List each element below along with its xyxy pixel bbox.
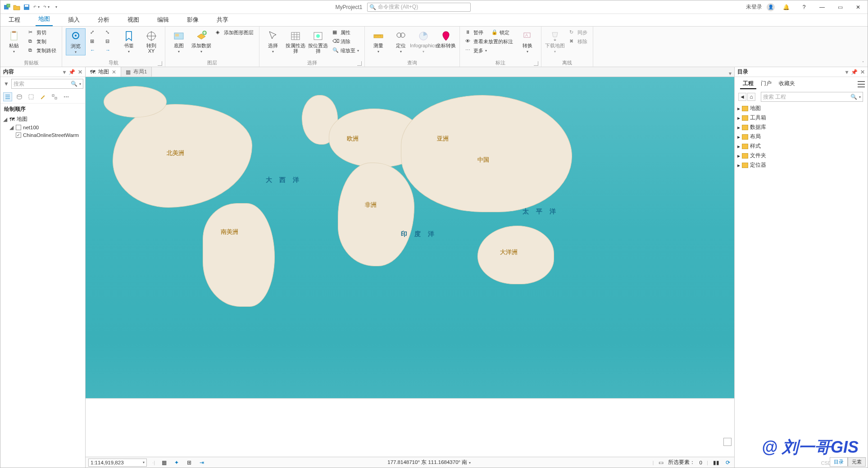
catalog-tab-portal[interactable]: 门户 [758,79,774,89]
select-by-attributes-button[interactable]: 按属性选择 [286,28,305,54]
sync-button[interactable]: ↻同步 [568,28,589,36]
close-icon[interactable]: ✕ [78,69,82,75]
attributes-button[interactable]: ▦属性 [331,28,361,36]
catalog-item-toolboxes[interactable]: ▸工具箱 [737,113,865,123]
convert-labels-button[interactable]: A转换▾ [518,28,537,55]
fixed-zoom-in-button[interactable]: ⊞ [88,37,101,45]
fixed-extent-button[interactable]: ⤡ [104,28,116,36]
minimize-button[interactable]: — [815,3,829,12]
attribute-table-toggle[interactable] [723,438,732,446]
list-by-source-icon[interactable] [15,92,24,101]
autohide-icon[interactable]: 📌 [851,69,858,75]
qat-customize-icon[interactable]: ▾ [53,4,60,11]
new-project-icon[interactable] [3,4,10,11]
zoom-to-selection-button[interactable]: 🔍缩放至▾ [331,46,361,55]
catalog-item-maps[interactable]: ▸地图 [737,104,865,113]
undo-icon[interactable]: ↶ ▾ [33,4,40,11]
catalog-menu-icon[interactable] [858,81,865,87]
autohide-icon[interactable]: 📌 [68,69,75,75]
view-options-icon[interactable]: ▾ [726,70,734,77]
catalog-item-folders[interactable]: ▸文件夹 [737,151,865,160]
catalog-item-locators[interactable]: ▸定位器 [737,160,865,170]
constraints-icon[interactable]: ⇥ [198,459,205,466]
fixed-zoom-out-button[interactable]: ⊟ [104,37,116,45]
redo-icon[interactable]: ↷ ▾ [43,4,50,11]
map-node[interactable]: ◢🗺地图 [3,115,82,123]
copy-path-button[interactable]: ⧉复制路径 [27,46,58,55]
paste-button[interactable]: 粘贴▾ [4,28,24,55]
catalog-item-styles[interactable]: ▸样式 [737,141,865,151]
cut-button[interactable]: ✂剪切 [27,28,58,36]
list-by-editing-icon[interactable] [38,92,47,101]
catalog-tab-favorites[interactable]: 收藏夹 [776,79,798,89]
tab-share[interactable]: 共享 [214,14,231,26]
prev-extent-button[interactable]: ← [88,46,101,55]
view-mode-icon[interactable]: ▦ [160,459,168,466]
layer-row[interactable]: ◢net100 [3,123,82,132]
tab-view[interactable]: 视图 [125,14,142,26]
next-extent-button[interactable]: → [104,46,116,55]
tab-project[interactable]: 工程 [6,14,23,26]
view-unplaced-button[interactable]: 👁查看未放置的标注 [464,37,515,45]
catalog-tab-project[interactable]: 工程 [740,79,756,89]
download-map-button[interactable]: 下载地图▾ [545,28,565,55]
tab-edit[interactable]: 编辑 [155,14,172,26]
layer-checkbox[interactable] [16,132,21,138]
select-by-location-button[interactable]: 按位置选择 [308,28,328,54]
tab-analysis[interactable]: 分析 [95,14,112,26]
remove-button[interactable]: ✖移除 [568,37,589,45]
close-button[interactable]: ✕ [851,3,865,12]
save-icon[interactable] [23,4,30,11]
command-search[interactable]: 🔍 命令搜索 (Alt+Q) [367,3,471,12]
catalog-item-databases[interactable]: ▸数据库 [737,123,865,132]
snap-icon[interactable]: ✦ [173,459,180,466]
coordinate-conversion-button[interactable]: 坐标转换 [436,28,456,48]
map-view[interactable]: 北美洲 南美洲 欧洲 非洲 亚洲 中国 大洋洲 大 西 洋 印 度 洋 太 平 … [86,77,734,457]
locate-button[interactable]: 定位▾ [391,28,411,55]
list-by-snapping-icon[interactable] [50,92,59,101]
help-icon[interactable]: ? [797,3,811,12]
tab-map[interactable]: 地图 [36,13,53,26]
coord-dropdown-icon[interactable]: ▾ [469,461,471,465]
layer-row[interactable]: ChinaOnlineStreetWarm [3,132,82,139]
list-by-selection-icon[interactable] [27,92,36,101]
measure-button[interactable]: 测量▾ [368,28,388,55]
add-graphics-layer-button[interactable]: ◈添加图形图层 [214,28,255,36]
infographics-button[interactable]: Infographics▾ [414,28,433,55]
layer-checkbox[interactable] [16,125,21,130]
tab-imagery[interactable]: 影像 [184,14,201,26]
filter-icon[interactable]: ▼ [2,81,10,87]
catalog-search[interactable]: 搜索 工程🔍▾ [761,92,863,102]
full-extent-button[interactable]: ⤢ [88,28,101,36]
catalog-item-layouts[interactable]: ▸布局 [737,132,865,141]
bookmarks-button[interactable]: 书签▾ [119,28,139,55]
home-icon[interactable]: ⌂ [747,93,755,101]
close-icon[interactable]: ✕ [860,69,865,75]
login-status[interactable]: 未登录 [746,3,762,11]
group-launcher-icon[interactable] [158,61,162,66]
explore-button[interactable]: 浏览▾ [66,28,86,55]
view-tab-layout[interactable]: ▦布局1 [121,67,152,77]
pane-options-icon[interactable]: ▾ [845,69,848,75]
clear-selection-button[interactable]: ⌫清除 [331,37,361,45]
view-tab-map[interactable]: 🗺地图✕ [86,67,121,77]
lock-labeling-button[interactable]: 🔒锁定 [490,28,511,36]
copy-button[interactable]: ⧉复制 [27,37,58,45]
pause-drawing-icon[interactable]: ▮▮ [713,459,720,466]
basemap-button[interactable]: 底图▾ [169,28,189,55]
collapse-ribbon-icon[interactable]: ˄ [862,61,864,65]
open-project-icon[interactable] [13,4,20,11]
group-launcher-icon[interactable] [357,61,362,66]
scale-input[interactable]: 1:114,919,823▾ [88,459,147,467]
maximize-button[interactable]: ▭ [833,3,847,12]
list-by-drawing-order-icon[interactable] [3,92,12,101]
notifications-icon[interactable]: 🔔 [779,3,793,12]
contents-search[interactable]: 搜索🔍▾ [11,79,83,89]
more-labeling-button[interactable]: ⋯更多▾ [464,46,515,55]
select-button[interactable]: 选择▾ [263,28,283,55]
pane-options-icon[interactable]: ▾ [63,69,66,75]
bottom-tab-catalog[interactable]: 目录 [830,457,848,467]
refresh-icon[interactable]: ⟳ [724,459,732,466]
bottom-tab-elements[interactable]: 元素 [848,457,866,467]
tab-insert[interactable]: 插入 [65,14,82,26]
